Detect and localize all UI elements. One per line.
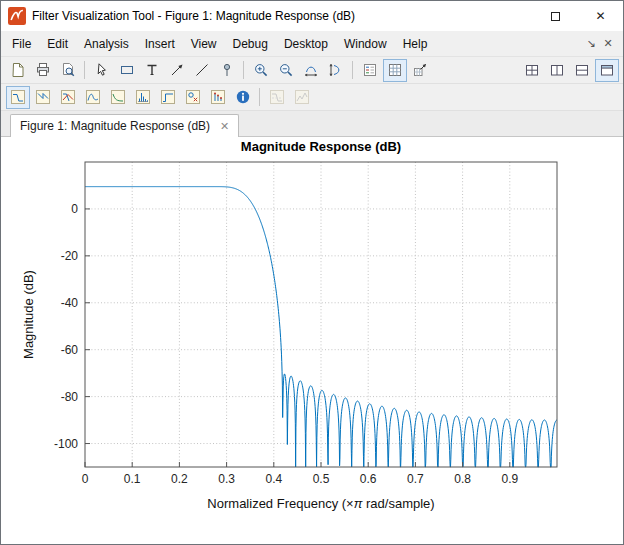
menu-edit[interactable]: Edit [39,33,76,55]
magnitude-response-icon [10,89,26,105]
menu-view[interactable]: View [183,33,225,55]
y-tick-label: -100 [54,437,78,451]
figure-toolbar [1,57,623,84]
step-response-button[interactable] [156,86,180,109]
phase-delay-icon [110,89,126,105]
layout-split-horizontal-icon [574,62,590,78]
tab-close-icon[interactable]: ✕ [220,120,229,133]
phase-response-icon [35,89,51,105]
window-layout-buttons [519,59,619,82]
menu-insert[interactable]: Insert [137,33,183,55]
insert-line-button[interactable] [190,59,214,82]
print-preview-button[interactable] [56,59,80,82]
toggle-grid-icon [387,62,403,78]
filter-coefficients-icon [210,89,226,105]
print-preview-icon [60,62,76,78]
figure-area: 00.10.20.30.40.50.60.70.80.90-20-40-60-8… [1,137,623,544]
x-tick-label: 0.3 [218,472,235,486]
plot-title: Magnitude Response (dB) [241,139,401,154]
insert-rectangle-icon [119,62,135,78]
zoom-x-icon [303,62,319,78]
pole-zero-icon [185,89,201,105]
menu-window[interactable]: Window [336,33,395,55]
impulse-response-icon [135,89,151,105]
datatip-icon [412,62,428,78]
pole-zero-button[interactable] [181,86,205,109]
x-tick-label: 0.9 [501,472,518,486]
print-icon [35,62,51,78]
menu-analysis[interactable]: Analysis [76,33,137,55]
magnitude-and-phase-icon [60,89,76,105]
maximize-button[interactable] [533,1,578,31]
magnitude-response-button[interactable] [6,86,30,109]
menu-desktop[interactable]: Desktop [276,33,336,55]
datatip-button[interactable] [408,59,432,82]
filter-information-icon [235,89,251,105]
edit-plot-button[interactable] [90,59,114,82]
toolbar-separator [352,61,353,79]
pin-to-axes-icon [219,62,235,78]
pin-to-axes-button[interactable] [215,59,239,82]
menu-bar: FileEditAnalysisInsertViewDebugDesktopWi… [1,31,623,57]
y-tick-label: -80 [61,390,79,404]
filter-measurements-button [290,86,314,109]
window-controls: ✕ [533,1,623,31]
filter-specifications-icon [269,89,285,105]
print-button[interactable] [31,59,55,82]
new-figure-button[interactable] [6,59,30,82]
filter-coefficients-button[interactable] [206,86,230,109]
layout-split-horizontal-button[interactable] [570,59,594,82]
tab-figure1[interactable]: Figure 1: Magnitude Response (dB) ✕ [10,114,239,137]
impulse-response-button[interactable] [131,86,155,109]
zoom-y-button[interactable] [324,59,348,82]
group-delay-button[interactable] [81,86,105,109]
layout-split-vertical-button[interactable] [545,59,569,82]
layout-maximized-icon [599,62,615,78]
zoom-x-button[interactable] [299,59,323,82]
zoom-out-button[interactable] [274,59,298,82]
fvtool-window: Filter Visualization Tool - Figure 1: Ma… [0,0,624,545]
menu-help[interactable]: Help [395,33,436,55]
toolbar-separator [243,61,244,79]
toggle-legend-icon [362,62,378,78]
edit-plot-icon [94,62,110,78]
insert-text-arrow-button[interactable] [165,59,189,82]
zoom-in-button[interactable] [249,59,273,82]
insert-rectangle-button[interactable] [115,59,139,82]
toggle-grid-button[interactable] [383,59,407,82]
maximize-icon [551,12,560,21]
zoom-out-icon [278,62,294,78]
insert-text-icon [144,62,160,78]
zoom-in-icon [253,62,269,78]
layout-maximized-button[interactable] [595,59,619,82]
toolbar-separator [84,61,85,79]
x-axis-label: Normalized Frequency (×π rad/sample) [207,496,434,511]
insert-text-arrow-icon [169,62,185,78]
menu-debug[interactable]: Debug [225,33,276,55]
filter-measurements-icon [294,89,310,105]
x-tick-label: 0.4 [265,472,282,486]
analysis-toolbar [1,84,623,111]
close-figure-icon[interactable]: ✕ [601,37,615,50]
insert-text-button[interactable] [140,59,164,82]
toggle-legend-button[interactable] [358,59,382,82]
close-button[interactable]: ✕ [578,1,623,31]
y-tick-label: -60 [61,343,79,357]
layout-tiled-button[interactable] [520,59,544,82]
magnitude-and-phase-button[interactable] [56,86,80,109]
menu-corner-icons: ↘✕ [584,37,620,50]
phase-delay-button[interactable] [106,86,130,109]
menu-file[interactable]: File [4,33,39,55]
tab-label: Figure 1: Magnitude Response (dB) [20,119,210,133]
title-bar[interactable]: Filter Visualization Tool - Figure 1: Ma… [1,1,623,31]
y-tick-label: -40 [61,296,79,310]
magnitude-response-plot[interactable]: 00.10.20.30.40.50.60.70.80.90-20-40-60-8… [1,137,623,544]
tab-bar: Figure 1: Magnitude Response (dB) ✕ [1,111,623,137]
filter-information-button[interactable] [231,86,255,109]
phase-response-button[interactable] [31,86,55,109]
layout-tiled-icon [524,62,540,78]
toolbar-separator [259,88,260,106]
x-tick-label: 0 [82,472,89,486]
dock-figure-icon[interactable]: ↘ [584,37,598,50]
x-tick-label: 0.2 [171,472,188,486]
